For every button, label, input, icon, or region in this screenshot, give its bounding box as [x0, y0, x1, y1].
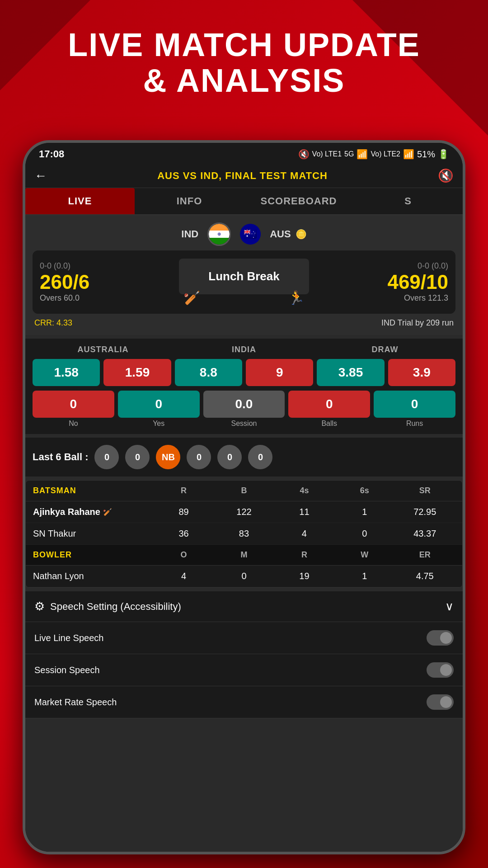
match-header: ← AUS VS IND, FINAL TEST MATCH 🔇 — [25, 164, 463, 188]
team-ind-name: IND — [181, 228, 198, 240]
ind-runs: 260/6 — [40, 271, 170, 293]
no-button[interactable]: 0 — [33, 391, 114, 418]
phone-frame: 17:08 🔇 Vo) LTE1 5G 📶 Vo) LTE2 📶 51% 🔋 ←… — [23, 140, 465, 854]
market-rate-speech-toggle[interactable] — [427, 694, 454, 710]
main-content: IND ⊕ 🇦🇺 AUS 🪙 0-0 (0.0 — [25, 215, 463, 852]
batsman-row-1: Ajinkya Rahane 🏏 89 122 11 1 72.95 — [26, 501, 462, 523]
ball-5: 0 — [217, 445, 242, 469]
bowler-col-m: M — [214, 550, 274, 560]
no-item: 0 No — [33, 391, 114, 428]
odds-draw-1[interactable]: 3.85 — [317, 359, 384, 386]
batsman-2-6s: 0 — [334, 528, 394, 539]
session-speech-toggle[interactable] — [427, 662, 454, 678]
bowler-row-1: Nathan Lyon 4 0 19 1 4.75 — [26, 566, 462, 587]
lunch-break-center: Lunch Break 🏏 🏃 — [170, 259, 318, 306]
batsman-icon: 🏏 — [183, 290, 200, 306]
batsman-col-r: R — [154, 486, 214, 495]
ball-2: 0 — [125, 445, 150, 469]
aus-runs: 469/10 — [318, 271, 448, 293]
odds-draw-2[interactable]: 3.9 — [388, 359, 455, 386]
batsman-table: BATSMAN R B 4s 6s SR Ajinkya Rahane 🏏 89… — [25, 480, 463, 588]
chevron-down-icon: ∨ — [445, 599, 454, 613]
ind-zero-detail: 0-0 (0.0) — [40, 261, 170, 271]
last-balls-section: Last 6 Ball : 0 0 NB 0 0 0 — [25, 438, 463, 476]
ball-4: 0 — [187, 445, 211, 469]
batsman-2-4s: 4 — [274, 528, 334, 539]
batsman-header-row: BATSMAN R B 4s 6s SR — [26, 481, 462, 501]
sound-button[interactable]: 🔇 — [438, 168, 454, 183]
ball-6: 0 — [248, 445, 272, 469]
nybsr-row: 0 No 0 Yes 0.0 Session 0 Balls 0 Runs — [33, 391, 455, 428]
bowler-1-r: 19 — [274, 571, 334, 581]
5g-icon: 5G — [344, 150, 354, 158]
status-icons: 🔇 Vo) LTE1 5G 📶 Vo) LTE2 📶 51% 🔋 — [298, 149, 449, 160]
header-line-1: LIVE MATCH UPDATE — [0, 27, 488, 63]
aus-score: 0-0 (0.0) 469/10 Overs 121.3 — [318, 261, 448, 303]
battery-icon: 🔋 — [438, 149, 449, 160]
yes-button[interactable]: 0 — [118, 391, 200, 418]
batsman-2-b: 83 — [214, 528, 274, 539]
batsman-col-sr: SR — [395, 486, 455, 495]
ashoka-chakra: ⊕ — [217, 231, 221, 236]
aus-name-text: AUS — [270, 228, 291, 240]
bowler-col-r: R — [274, 550, 334, 560]
yes-label: Yes — [118, 420, 200, 428]
odds-header-india: INDIA — [174, 345, 314, 354]
bowler-1-er: 4.75 — [395, 571, 455, 581]
mute-icon: 🔇 — [298, 149, 310, 160]
toss-icon: 🪙 — [296, 229, 307, 239]
session-button[interactable]: 0.0 — [203, 391, 285, 418]
tab-extra[interactable]: S — [353, 188, 463, 214]
network-text-2: Vo) LTE2 — [371, 150, 400, 158]
market-rate-speech-label: Market Rate Speech — [34, 697, 117, 708]
balls-label: Balls — [288, 420, 370, 428]
live-line-speech-toggle[interactable] — [427, 630, 454, 646]
balls-item: 0 Balls — [288, 391, 370, 428]
batsman-col-4s: 4s — [274, 486, 334, 495]
tab-live[interactable]: LIVE — [25, 188, 135, 214]
batsman-2-name-text: SN Thakur — [33, 528, 76, 539]
trail-text: IND Trial by 209 run — [381, 318, 454, 328]
odds-row-1: 1.58 1.59 8.8 9 3.85 3.9 — [33, 359, 455, 386]
odds-aus-1[interactable]: 1.58 — [33, 359, 100, 386]
batsman-row-2: SN Thakur 36 83 4 0 43.37 — [26, 523, 462, 545]
status-time: 17:08 — [39, 148, 64, 160]
batsman-1-b: 122 — [214, 507, 274, 517]
live-line-speech-label: Live Line Speech — [34, 633, 103, 643]
batsman-1-6s: 1 — [334, 507, 394, 517]
signal-icon: 📶 — [357, 149, 368, 160]
batsman-1-4s: 11 — [274, 507, 334, 517]
ind-overs: Overs 60.0 — [40, 293, 170, 303]
speech-header[interactable]: ⚙ Speech Setting (Accessibility) ∨ — [25, 591, 463, 622]
bowler-label: BOWLER — [33, 550, 154, 560]
tab-info[interactable]: INFO — [135, 188, 244, 214]
batsman-col-b: B — [214, 486, 274, 495]
bowler-1-m: 0 — [214, 571, 274, 581]
odds-section: AUSTRALIA INDIA DRAW 1.58 1.59 8.8 9 3.8… — [25, 339, 463, 434]
lunch-break-text: Lunch Break — [208, 269, 280, 283]
odds-headers: AUSTRALIA INDIA DRAW — [33, 345, 455, 354]
speech-row-3: Market Rate Speech — [25, 686, 463, 718]
speech-row-1: Live Line Speech — [25, 622, 463, 654]
odds-aus-2[interactable]: 1.59 — [103, 359, 171, 386]
batsman-col-6s: 6s — [334, 486, 394, 495]
status-bar: 17:08 🔇 Vo) LTE1 5G 📶 Vo) LTE2 📶 51% 🔋 — [25, 143, 463, 164]
odds-ind-2[interactable]: 9 — [246, 359, 313, 386]
session-speech-label: Session Speech — [34, 665, 100, 675]
score-box: 0-0 (0.0) 260/6 Overs 60.0 Lunch Break 🏏… — [33, 250, 455, 314]
bowler-col-er: ER — [395, 550, 455, 560]
team-aus-name: AUS 🪙 — [270, 228, 307, 240]
crr-value: CRR: 4.33 — [34, 318, 72, 328]
crr-row: CRR: 4.33 IND Trial by 209 run — [33, 314, 455, 328]
speech-header-text: Speech Setting (Accessibility) — [50, 601, 181, 613]
fielder-icon: 🏃 — [288, 290, 305, 306]
back-button[interactable]: ← — [34, 169, 47, 183]
runs-button[interactable]: 0 — [374, 391, 455, 418]
bowler-col-o: O — [154, 550, 214, 560]
batsman-2-r: 36 — [154, 528, 214, 539]
balls-button[interactable]: 0 — [288, 391, 370, 418]
ball-1: 0 — [94, 445, 119, 469]
odds-ind-1[interactable]: 8.8 — [175, 359, 242, 386]
session-item: 0.0 Session — [203, 391, 285, 428]
tab-scoreboard[interactable]: SCOREBOARD — [244, 188, 353, 214]
